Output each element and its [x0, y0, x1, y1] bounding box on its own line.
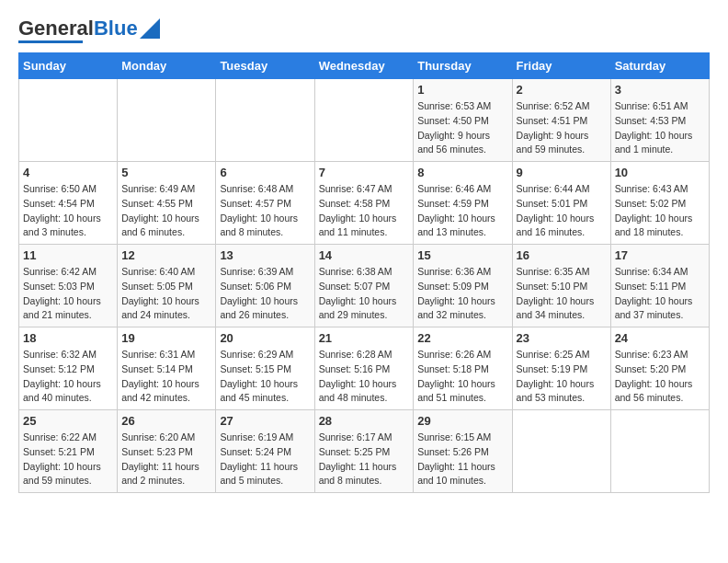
day-info: Daylight: 10 hours and 29 minutes. — [319, 294, 410, 324]
calendar-cell: 29Sunrise: 6:15 AMSunset: 5:26 PMDayligh… — [414, 410, 512, 493]
day-number: 8 — [417, 166, 507, 179]
day-info: Daylight: 10 hours and 51 minutes. — [417, 377, 507, 407]
day-number: 14 — [319, 248, 410, 262]
day-info: Daylight: 10 hours and 32 minutes. — [417, 294, 507, 324]
calendar-cell: 14Sunrise: 6:38 AMSunset: 5:07 PMDayligh… — [314, 245, 414, 327]
day-info: Sunrise: 6:35 AM — [517, 265, 607, 280]
day-info: Sunset: 4:55 PM — [121, 197, 211, 212]
day-number: 26 — [121, 414, 211, 428]
day-info: Sunrise: 6:20 AM — [121, 431, 211, 445]
day-info: Daylight: 10 hours and 45 minutes. — [220, 377, 310, 407]
day-of-week-header: Saturday — [610, 53, 709, 79]
day-info: Sunrise: 6:34 AM — [615, 265, 705, 280]
calendar-cell: 25Sunrise: 6:22 AMSunset: 5:21 PMDayligh… — [19, 410, 118, 493]
day-info: Daylight: 10 hours and 24 minutes. — [121, 294, 211, 324]
day-of-week-header: Tuesday — [216, 53, 314, 79]
day-info: Daylight: 10 hours and 56 minutes. — [615, 377, 705, 407]
day-number: 25 — [23, 414, 113, 428]
day-number: 15 — [417, 248, 507, 262]
day-number: 13 — [220, 248, 310, 262]
calendar-cell: 7Sunrise: 6:47 AMSunset: 4:58 PMDaylight… — [314, 162, 414, 245]
day-info: Sunset: 5:23 PM — [121, 445, 211, 460]
day-info: Daylight: 11 hours and 8 minutes. — [319, 460, 410, 489]
calendar-header-row: SundayMondayTuesdayWednesdayThursdayFrid… — [19, 53, 710, 79]
day-info: Sunset: 4:58 PM — [319, 197, 410, 212]
day-info: Sunset: 5:06 PM — [220, 280, 310, 294]
day-info: Sunrise: 6:40 AM — [121, 265, 211, 280]
day-number: 21 — [319, 331, 410, 345]
day-info: Sunrise: 6:51 AM — [615, 99, 705, 114]
day-info: Daylight: 10 hours and 21 minutes. — [23, 294, 113, 324]
day-info: Daylight: 10 hours and 26 minutes. — [220, 294, 310, 324]
calendar-cell: 13Sunrise: 6:39 AMSunset: 5:06 PMDayligh… — [216, 245, 314, 327]
day-info: Sunrise: 6:38 AM — [319, 265, 410, 280]
day-info: Sunrise: 6:48 AM — [220, 182, 310, 197]
day-number: 22 — [417, 331, 507, 345]
day-info: Sunrise: 6:23 AM — [615, 348, 705, 362]
day-info: Sunrise: 6:26 AM — [417, 348, 507, 362]
day-info: Sunrise: 6:17 AM — [319, 431, 410, 445]
calendar-week-row: 18Sunrise: 6:32 AMSunset: 5:12 PMDayligh… — [19, 327, 710, 410]
day-info: Daylight: 10 hours and 59 minutes. — [23, 460, 113, 489]
day-info: Daylight: 9 hours and 59 minutes. — [517, 129, 607, 158]
calendar-cell: 19Sunrise: 6:31 AMSunset: 5:14 PMDayligh… — [118, 327, 216, 410]
calendar-cell: 17Sunrise: 6:34 AMSunset: 5:11 PMDayligh… — [610, 245, 709, 327]
calendar-cell: 18Sunrise: 6:32 AMSunset: 5:12 PMDayligh… — [19, 327, 118, 410]
calendar-cell: 2Sunrise: 6:52 AMSunset: 4:51 PMDaylight… — [512, 79, 610, 162]
day-info: Daylight: 10 hours and 6 minutes. — [121, 212, 211, 241]
day-info: Sunset: 5:02 PM — [615, 197, 705, 212]
day-number: 6 — [220, 166, 310, 179]
day-number: 12 — [121, 248, 211, 262]
day-info: Sunrise: 6:47 AM — [319, 182, 410, 197]
day-info: Sunrise: 6:46 AM — [417, 182, 507, 197]
calendar-cell: 22Sunrise: 6:26 AMSunset: 5:18 PMDayligh… — [414, 327, 512, 410]
day-info: Sunset: 5:18 PM — [417, 362, 507, 377]
calendar-cell: 26Sunrise: 6:20 AMSunset: 5:23 PMDayligh… — [118, 410, 216, 493]
day-number: 23 — [517, 331, 607, 345]
calendar-cell: 16Sunrise: 6:35 AMSunset: 5:10 PMDayligh… — [512, 245, 610, 327]
calendar-cell — [512, 410, 610, 493]
day-info: Daylight: 10 hours and 37 minutes. — [615, 294, 705, 324]
day-info: Daylight: 10 hours and 13 minutes. — [417, 212, 507, 241]
day-info: Sunset: 5:19 PM — [517, 362, 607, 377]
day-number: 5 — [121, 166, 211, 179]
calendar-cell: 12Sunrise: 6:40 AMSunset: 5:05 PMDayligh… — [118, 245, 216, 327]
calendar-table: SundayMondayTuesdayWednesdayThursdayFrid… — [18, 52, 710, 493]
day-info: Sunset: 5:20 PM — [615, 362, 705, 377]
day-number: 3 — [615, 83, 705, 97]
day-info: Daylight: 10 hours and 42 minutes. — [121, 377, 211, 407]
calendar-cell: 21Sunrise: 6:28 AMSunset: 5:16 PMDayligh… — [314, 327, 414, 410]
day-info: Sunset: 5:12 PM — [23, 362, 113, 377]
day-info: Sunset: 5:25 PM — [319, 445, 410, 460]
calendar-week-row: 1Sunrise: 6:53 AMSunset: 4:50 PMDaylight… — [19, 79, 710, 162]
calendar-cell: 8Sunrise: 6:46 AMSunset: 4:59 PMDaylight… — [414, 162, 512, 245]
logo-icon — [140, 18, 160, 39]
day-number: 29 — [417, 414, 507, 428]
day-info: Daylight: 10 hours and 18 minutes. — [615, 212, 705, 241]
day-info: Sunset: 5:10 PM — [517, 280, 607, 294]
calendar-cell: 27Sunrise: 6:19 AMSunset: 5:24 PMDayligh… — [216, 410, 314, 493]
day-info: Sunrise: 6:36 AM — [417, 265, 507, 280]
day-info: Daylight: 11 hours and 2 minutes. — [121, 460, 211, 489]
day-number: 7 — [319, 166, 410, 179]
day-info: Daylight: 10 hours and 3 minutes. — [23, 212, 113, 241]
calendar-cell: 20Sunrise: 6:29 AMSunset: 5:15 PMDayligh… — [216, 327, 314, 410]
day-info: Sunrise: 6:31 AM — [121, 348, 211, 362]
day-info: Daylight: 10 hours and 1 minute. — [615, 129, 705, 158]
day-info: Sunset: 5:14 PM — [121, 362, 211, 377]
calendar-cell: 6Sunrise: 6:48 AMSunset: 4:57 PMDaylight… — [216, 162, 314, 245]
day-info: Daylight: 10 hours and 48 minutes. — [319, 377, 410, 407]
day-number: 18 — [23, 331, 113, 345]
day-info: Sunset: 5:07 PM — [319, 280, 410, 294]
calendar-cell: 10Sunrise: 6:43 AMSunset: 5:02 PMDayligh… — [610, 162, 709, 245]
calendar-cell: 24Sunrise: 6:23 AMSunset: 5:20 PMDayligh… — [610, 327, 709, 410]
day-number: 27 — [220, 414, 310, 428]
day-number: 20 — [220, 331, 310, 345]
calendar-week-row: 25Sunrise: 6:22 AMSunset: 5:21 PMDayligh… — [19, 410, 710, 493]
day-number: 17 — [615, 248, 705, 262]
calendar-cell: 15Sunrise: 6:36 AMSunset: 5:09 PMDayligh… — [414, 245, 512, 327]
day-of-week-header: Friday — [512, 53, 610, 79]
day-number: 28 — [319, 414, 410, 428]
day-info: Daylight: 10 hours and 34 minutes. — [517, 294, 607, 324]
day-info: Sunrise: 6:44 AM — [517, 182, 607, 197]
